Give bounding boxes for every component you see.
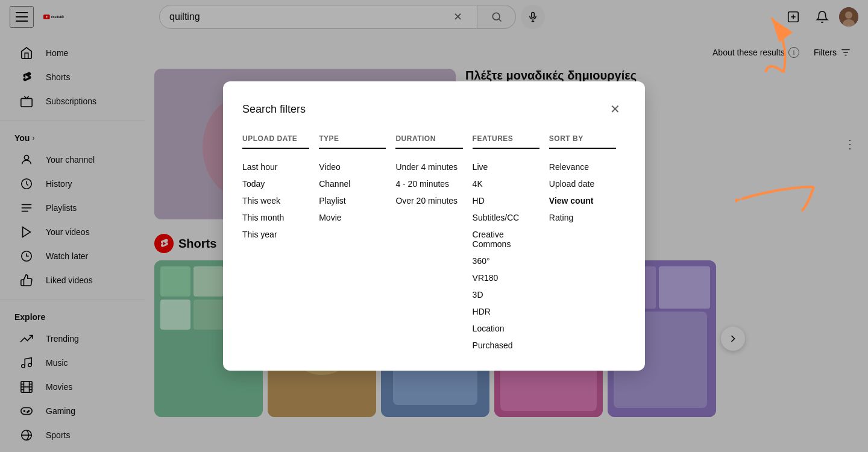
search-filters-modal: Search filters ✕ UPLOAD DATE Last hour T… (223, 81, 645, 371)
sort-by-header: SORT BY (549, 134, 616, 149)
filter-option-hd[interactable]: HD (473, 192, 539, 209)
filter-option-last-hour[interactable]: Last hour (242, 159, 309, 175)
filter-option-channel[interactable]: Channel (319, 175, 386, 192)
filter-option-today[interactable]: Today (242, 175, 309, 192)
filter-col-type: TYPE Video Channel Playlist Movie (319, 134, 395, 354)
filter-option-rating[interactable]: Rating (549, 209, 616, 226)
features-header: FEATURES (473, 134, 539, 149)
filter-option-view-count[interactable]: View count (549, 192, 616, 209)
filters-grid: UPLOAD DATE Last hour Today This week Th… (242, 134, 626, 354)
filter-option-location[interactable]: Location (473, 320, 539, 337)
type-header: TYPE (319, 134, 386, 149)
filter-option-video[interactable]: Video (319, 159, 386, 175)
filter-option-under-4[interactable]: Under 4 minutes (395, 159, 462, 175)
filter-option-playlist[interactable]: Playlist (319, 192, 386, 209)
upload-date-header: UPLOAD DATE (242, 134, 309, 149)
filter-option-upload-date[interactable]: Upload date (549, 175, 616, 192)
filter-option-hdr[interactable]: HDR (473, 303, 539, 320)
filter-option-vr180[interactable]: VR180 (473, 269, 539, 286)
modal-title: Search filters (242, 103, 306, 116)
filter-col-sort-by: SORT BY Relevance Upload date View count… (549, 134, 626, 354)
filter-option-4-20[interactable]: 4 - 20 minutes (395, 175, 462, 192)
modal-close-button[interactable]: ✕ (604, 98, 626, 120)
filter-col-duration: DURATION Under 4 minutes 4 - 20 minutes … (395, 134, 472, 354)
filter-option-this-year[interactable]: This year (242, 226, 309, 243)
filter-option-3d[interactable]: 3D (473, 286, 539, 303)
modal-header: Search filters ✕ (242, 98, 626, 120)
filter-option-4k[interactable]: 4K (473, 175, 539, 192)
filter-col-features: FEATURES Live 4K HD Subtitles/CC Creativ… (473, 134, 549, 354)
filter-option-this-week[interactable]: This week (242, 192, 309, 209)
filter-option-purchased[interactable]: Purchased (473, 337, 539, 354)
filter-option-relevance[interactable]: Relevance (549, 159, 616, 175)
filter-option-360[interactable]: 360° (473, 253, 539, 269)
filter-col-upload-date: UPLOAD DATE Last hour Today This week Th… (242, 134, 319, 354)
filter-option-subtitles[interactable]: Subtitles/CC (473, 209, 539, 226)
modal-overlay[interactable]: Search filters ✕ UPLOAD DATE Last hour T… (0, 0, 868, 452)
filter-option-creative-commons[interactable]: Creative Commons (473, 226, 539, 253)
duration-header: DURATION (395, 134, 462, 149)
filter-option-movie[interactable]: Movie (319, 209, 386, 226)
filter-option-over-20[interactable]: Over 20 minutes (395, 192, 462, 209)
filter-option-live[interactable]: Live (473, 159, 539, 175)
filter-option-this-month[interactable]: This month (242, 209, 309, 226)
